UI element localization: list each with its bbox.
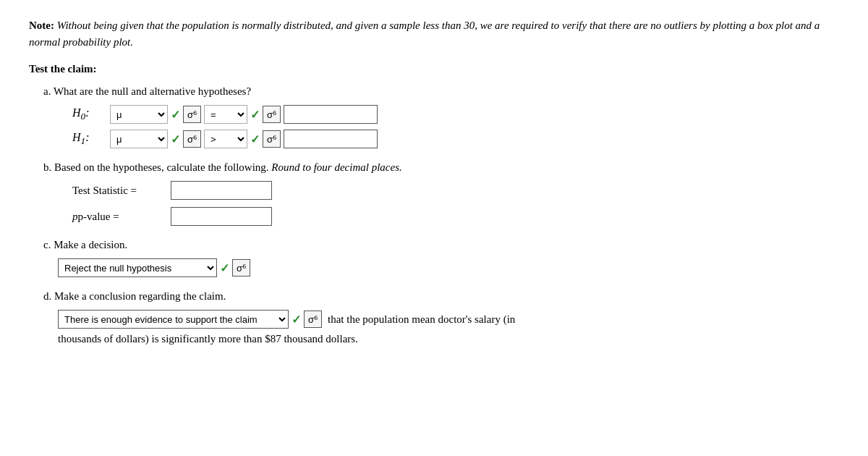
- note-text: Note: Without being given that the popul…: [29, 17, 839, 50]
- pvalue-input[interactable]: [171, 207, 272, 226]
- pvalue-row: pp-value =: [72, 207, 839, 226]
- h0-op-check-icon: ✓: [250, 108, 260, 122]
- h1-check-icon: ✓: [171, 132, 180, 146]
- h0-subscript: 0: [81, 111, 86, 122]
- part-d-label: d. Make a conclusion regarding the claim…: [43, 290, 839, 303]
- conclusion-select[interactable]: There is enough evidence to support the …: [58, 310, 289, 329]
- test-stat-label: Test Statistic =: [72, 185, 166, 197]
- h1-label: H1:: [72, 131, 107, 147]
- part-c: c. Make a decision. Reject the null hypo…: [43, 239, 839, 277]
- part-b-main: b. Based on the hypotheses, calculate th…: [43, 161, 271, 173]
- h0-check-icon: ✓: [171, 108, 180, 122]
- h1-sigma-btn-left[interactable]: σ⁶: [183, 130, 201, 148]
- decision-check-icon: ✓: [220, 261, 229, 275]
- decision-select[interactable]: Reject the null hypothesis Fail to rejec…: [58, 258, 217, 277]
- conclusion-check-icon: ✓: [292, 313, 301, 326]
- section-title: Test the claim:: [29, 63, 839, 75]
- h0-row: H0: μ ✓ σ⁶ = < > ≠ ✓ σ⁶: [72, 105, 839, 124]
- conclusion-row: There is enough evidence to support the …: [58, 310, 839, 329]
- h1-op-check-icon: ✓: [250, 132, 260, 146]
- test-stat-input[interactable]: [171, 181, 272, 200]
- h0-operator-select[interactable]: = < > ≠: [204, 105, 247, 124]
- part-a: a. What are the null and alternative hyp…: [43, 85, 839, 148]
- h0-variable-select[interactable]: μ: [110, 105, 168, 124]
- h0-value-input[interactable]: [284, 105, 378, 124]
- h1-operator-select[interactable]: > = < ≠: [204, 130, 247, 148]
- h1-row: H1: μ ✓ σ⁶ > = < ≠ ✓ σ⁶: [72, 130, 839, 148]
- conclusion-sigma-btn[interactable]: σ⁶: [304, 311, 322, 328]
- test-stat-row: Test Statistic =: [72, 181, 839, 200]
- h0-sigma-btn-right[interactable]: σ⁶: [263, 106, 281, 123]
- h1-subscript: 1: [81, 135, 86, 146]
- conclusion-suffix: that the population mean doctor's salary…: [328, 313, 515, 326]
- decision-sigma-btn[interactable]: σ⁶: [232, 259, 250, 276]
- note-label: Note:: [29, 20, 54, 31]
- part-b: b. Based on the hypotheses, calculate th…: [43, 161, 839, 226]
- part-d: d. Make a conclusion regarding the claim…: [43, 290, 839, 345]
- h1-variable-select[interactable]: μ: [110, 130, 168, 148]
- part-c-label: c. Make a decision.: [43, 239, 839, 251]
- conclusion-line2: thousands of dollars) is significantly m…: [58, 333, 839, 345]
- h0-label: H0:: [72, 106, 107, 122]
- part-b-italic: Round to four decimal places.: [271, 161, 401, 173]
- pvalue-label: pp-value =: [72, 211, 166, 223]
- h1-value-input[interactable]: [284, 130, 378, 148]
- decision-row: Reject the null hypothesis Fail to rejec…: [58, 258, 839, 277]
- part-b-label: b. Based on the hypotheses, calculate th…: [43, 161, 839, 174]
- h0-sigma-btn-left[interactable]: σ⁶: [183, 106, 201, 123]
- h1-sigma-btn-right[interactable]: σ⁶: [263, 130, 281, 148]
- part-a-label: a. What are the null and alternative hyp…: [43, 85, 839, 98]
